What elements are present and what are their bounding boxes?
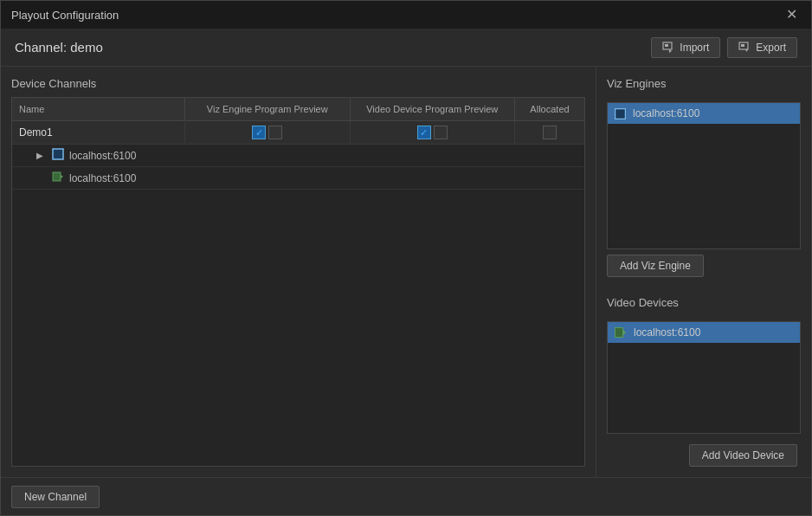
viz-engine-item-label: localhost:6100 xyxy=(633,107,699,119)
row-name-cell: Demo1 xyxy=(12,122,185,143)
export-button[interactable]: Export xyxy=(727,37,797,58)
svg-marker-6 xyxy=(61,175,63,178)
playout-configuration-dialog: Playout Configuration ✕ Channel: demo Im… xyxy=(0,0,812,516)
video-devices-section: Video Devices localhost:6100 xyxy=(607,296,801,434)
table-header: Name Viz Engine Program Preview Video De… xyxy=(12,98,584,121)
header-video-device: Video Device Program Preview xyxy=(351,98,516,120)
viz-engine-preview-checkbox[interactable] xyxy=(268,126,282,139)
svg-rect-3 xyxy=(741,44,744,47)
table-row: Demo1 ✓ ✓ xyxy=(12,121,584,145)
add-viz-engine-button[interactable]: Add Viz Engine xyxy=(607,255,704,277)
bottom-bar: New Channel xyxy=(1,477,811,515)
video-device-preview-checkbox[interactable] xyxy=(434,126,448,139)
header-name: Name xyxy=(12,98,185,120)
video-devices-title: Video Devices xyxy=(607,296,801,309)
header-allocated: Allocated xyxy=(515,98,584,120)
import-icon xyxy=(662,42,674,54)
main-content: Device Channels Name Viz Engine Program … xyxy=(1,67,811,477)
svg-rect-8 xyxy=(615,328,623,338)
dialog-title: Playout Configuration xyxy=(11,9,119,22)
video-device-icon xyxy=(52,171,64,185)
viz-engine-item-icon xyxy=(615,108,626,119)
checkmark-icon: ✓ xyxy=(255,127,263,139)
row-name: Demo1 xyxy=(19,126,53,139)
viz-engines-title: Viz Engines xyxy=(607,77,801,90)
svg-rect-4 xyxy=(53,149,63,159)
channel-bar: Channel: demo Import Export xyxy=(1,29,811,67)
viz-engine-icon xyxy=(52,148,64,163)
svg-rect-5 xyxy=(53,172,61,181)
video-device-program-cell: ✓ xyxy=(351,121,516,144)
video-device-program-checkbox[interactable]: ✓ xyxy=(417,126,431,139)
device-channels-title: Device Channels xyxy=(11,77,585,90)
right-panel: Viz Engines localhost:6100 Add Viz Engin… xyxy=(596,67,811,477)
export-label: Export xyxy=(756,42,786,54)
viz-engines-list: localhost:6100 xyxy=(607,102,801,249)
allocated-checkbox[interactable] xyxy=(543,126,557,139)
title-bar: Playout Configuration ✕ xyxy=(1,1,811,29)
header-viz-engine: Viz Engine Program Preview xyxy=(185,98,351,120)
viz-engine-label: localhost:6100 xyxy=(69,150,136,162)
add-video-device-button[interactable]: Add Video Device xyxy=(689,444,797,467)
export-icon xyxy=(738,42,751,54)
table-body: Demo1 ✓ ✓ xyxy=(12,121,584,466)
left-panel: Device Channels Name Viz Engine Program … xyxy=(1,67,596,477)
viz-engines-section: Viz Engines localhost:6100 Add Viz Engin… xyxy=(607,77,801,286)
checkmark-icon2: ✓ xyxy=(420,127,428,139)
video-device-item-label: localhost:6100 xyxy=(634,326,700,339)
new-channel-button[interactable]: New Channel xyxy=(11,486,100,508)
import-label: Import xyxy=(680,42,709,54)
svg-rect-1 xyxy=(665,44,668,47)
device-channels-table: Name Viz Engine Program Preview Video De… xyxy=(11,97,585,467)
viz-engine-program-checkbox[interactable]: ✓ xyxy=(252,126,266,139)
close-button[interactable]: ✕ xyxy=(783,6,801,23)
video-devices-list: localhost:6100 xyxy=(607,321,801,434)
allocated-cell xyxy=(515,121,584,144)
viz-engine-program-cell: ✓ xyxy=(185,121,351,144)
video-device-label: localhost:6100 xyxy=(69,172,136,184)
svg-marker-9 xyxy=(623,330,626,335)
video-device-item[interactable]: localhost:6100 xyxy=(608,322,800,343)
expand-arrow-icon[interactable]: ▶ xyxy=(36,151,43,160)
svg-rect-7 xyxy=(615,108,626,119)
list-item: localhost:6100 xyxy=(12,167,584,190)
import-button[interactable]: Import xyxy=(651,37,720,58)
viz-engine-item[interactable]: localhost:6100 xyxy=(608,103,800,124)
list-item: ▶ localhost:6100 xyxy=(12,145,584,167)
channel-name: Channel: demo xyxy=(15,40,103,55)
channel-actions: Import Export xyxy=(651,37,797,58)
video-device-item-icon xyxy=(615,327,627,338)
right-bottom-bar: Add Video Device xyxy=(607,444,801,467)
